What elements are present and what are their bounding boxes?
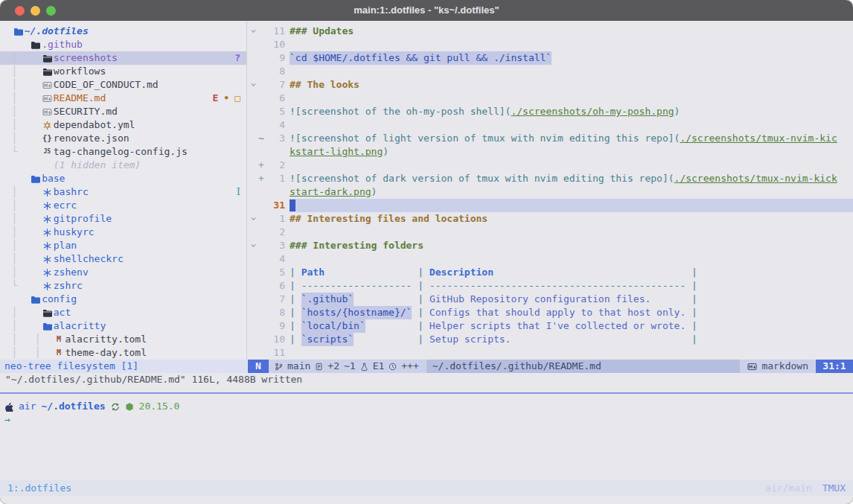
tree-item-ecrc[interactable]: │ ecrc — [0, 199, 246, 212]
line-text: start-dark.png) — [290, 185, 853, 199]
editor-line[interactable]: 7## The looks — [248, 78, 853, 92]
tree-item-gitprofile[interactable]: │ gitprofile — [0, 212, 246, 226]
text-segment-txt: | — [412, 333, 429, 346]
zoom-window-button[interactable] — [46, 6, 56, 16]
editor-line[interactable]: 5| Path | Description | — [248, 266, 853, 279]
tree-item-code-of-conduct-md[interactable]: │ CODE_OF_CONDUCT.md — [0, 78, 246, 92]
fold-chevron-icon[interactable] — [248, 81, 257, 89]
editor-line[interactable]: 8 — [248, 65, 853, 78]
fold-chevron-icon[interactable] — [248, 28, 257, 35]
tree-item-zshrc[interactable]: └ zshrc — [0, 279, 246, 293]
tmux-pane-divider[interactable] — [0, 392, 853, 394]
tree-indent-guide: │ — [0, 92, 41, 105]
editor-line[interactable]: start-dark.png) — [248, 185, 853, 199]
line-text: | ------------------- | ----------------… — [290, 279, 853, 293]
editor-line[interactable]: 4 — [248, 118, 853, 132]
pending-changes-icon — [389, 362, 397, 371]
nvim-statusline: neo-tree filesystem [1] N main +2 ~1 E1 … — [0, 360, 853, 373]
line-text: ### Interesting folders — [290, 239, 853, 252]
tree-item-label: theme-day.toml — [65, 346, 147, 360]
tree-item-alacritty-toml[interactable]: │ │ Malacritty.toml — [0, 333, 246, 346]
text-segment-txt: ![screenshot of the oh-my-posh shell]( — [290, 105, 511, 118]
tree-item-base[interactable]: base — [0, 172, 246, 185]
editor-line[interactable]: kstart-light.png) — [248, 145, 853, 159]
tree-indent-guide: └ — [0, 145, 41, 159]
text-segment-txt: ![screenshot of dark version of tmux wit… — [290, 172, 674, 185]
tree-item-theme-day-toml[interactable]: │ │ Mtheme-day.toml — [0, 346, 246, 360]
tree-item-label: renovate.json — [54, 132, 130, 145]
tree-item-github[interactable]: .github — [0, 38, 246, 51]
tree-item-security-md[interactable]: │ SECURITY.md — [0, 105, 246, 118]
markdown-icon — [41, 94, 54, 103]
tree-item-label: ecrc — [54, 199, 77, 212]
shell-pane[interactable]: air ~/.dotfiles 20.15.0 → — [0, 400, 853, 427]
fold-chevron-icon[interactable] — [248, 242, 257, 249]
tree-item-1-hidden-item[interactable]: (1 hidden item) — [0, 159, 246, 172]
folder-closed-icon — [41, 67, 54, 77]
editor-line[interactable]: +1![screenshot of dark version of tmux w… — [248, 172, 853, 185]
editor-line[interactable]: 10| `scripts` | Setup scripts. | — [248, 333, 853, 346]
line-text — [290, 346, 853, 360]
line-number: 1 — [266, 212, 285, 226]
tree-item-huskyrc[interactable]: │ huskyrc — [0, 226, 246, 239]
editor-buffer[interactable]: 11### Updates109`cd $HOME/.dotfiles && g… — [248, 21, 853, 360]
line-text: ### Updates — [290, 25, 853, 38]
text-cursor-block — [290, 200, 295, 211]
tree-indent-guide: │ — [0, 306, 41, 319]
minimize-window-button[interactable] — [31, 6, 40, 16]
editor-line[interactable]: 2 — [248, 226, 853, 239]
line-number: 6 — [266, 279, 285, 293]
editor-line[interactable]: ~3![screenshot of light version of tmux … — [248, 132, 853, 145]
close-window-button[interactable] — [15, 6, 25, 16]
text-segment-txt: ) — [383, 145, 389, 159]
tree-item-label: ~/.dotfiles — [25, 25, 89, 38]
editor-line[interactable]: 11### Updates — [248, 25, 853, 38]
editor-line[interactable]: 3### Interesting folders — [248, 239, 853, 252]
tree-item-config[interactable]: config — [0, 293, 246, 306]
editor-line[interactable]: 9`cd $HOME/.dotfiles && git pull && ./in… — [248, 51, 853, 65]
folder-open-icon — [12, 27, 25, 36]
tree-item-workflows[interactable]: │ workflows — [0, 65, 246, 78]
tree-item-zshenv[interactable]: │ zshenv — [0, 266, 246, 279]
tree-item-readme-md[interactable]: │ README.mdE•□ — [0, 92, 246, 105]
tmux-window-name[interactable]: 1:.dotfiles — [7, 482, 71, 495]
text-segment-txt — [651, 293, 686, 306]
editor-line[interactable]: +2 — [248, 159, 853, 172]
editor-line[interactable]: 6| ------------------- | ---------------… — [248, 279, 853, 293]
line-text: ![screenshot of dark version of tmux wit… — [290, 172, 853, 185]
tree-item-bashrc[interactable]: │ bashrcI — [0, 185, 246, 199]
text-segment-txt: | — [412, 306, 429, 319]
tree-item-alacritty[interactable]: │ alacritty — [0, 319, 246, 333]
folder-closed-icon — [41, 308, 54, 318]
editor-line[interactable]: 9| `local/bin` | Helper scripts that I'v… — [248, 319, 853, 333]
tree-indent-guide: │ — [0, 199, 41, 212]
editor-line[interactable]: 5![screenshot of the oh-my-posh shell](.… — [248, 105, 853, 118]
line-text: ![screenshot of the oh-my-posh shell](./… — [290, 105, 853, 118]
tree-indent-guide: │ — [0, 266, 41, 279]
editor-line[interactable]: 1## Interesting files and locations — [248, 212, 853, 226]
tree-item-shellcheckrc[interactable]: │ shellcheckrc — [0, 252, 246, 266]
line-text — [290, 159, 853, 172]
editor-line[interactable]: 31 — [248, 199, 853, 212]
editor-line[interactable]: 11 — [248, 346, 853, 360]
status-badge: □ — [234, 92, 240, 105]
tree-item-dependabot-yml[interactable]: │ dependabot.yml — [0, 118, 246, 132]
editor-line[interactable]: 4 — [248, 252, 853, 266]
tree-item-act[interactable]: │ act — [0, 306, 246, 319]
tree-item-label: .github — [42, 38, 83, 51]
tree-item-renovate-json[interactable]: │ {}renovate.json — [0, 132, 246, 145]
mode-indicator: N — [248, 360, 269, 373]
fold-chevron-icon[interactable] — [248, 215, 257, 223]
editor-line[interactable]: 8| `hosts/{hostname}/` | Configs that sh… — [248, 306, 853, 319]
tree-item-screenshots[interactable]: │ screenshots? — [0, 51, 246, 65]
tree-item-dotfiles[interactable]: ~/.dotfiles — [0, 25, 246, 38]
shell-input-line[interactable]: → — [0, 413, 853, 427]
editor-line[interactable]: 7| `.github` | GitHub Repository configu… — [248, 293, 853, 306]
editor-line[interactable]: 10 — [248, 38, 853, 51]
neotree-file-explorer[interactable]: ~/.dotfiles .github │ screenshots? │ wor… — [0, 21, 247, 360]
editor-line[interactable]: 6 — [248, 92, 853, 105]
text-segment-url: ./screenshots/oh-my-posh.png — [511, 105, 674, 118]
tree-item-tag-changelog-config-js[interactable]: └ JStag-changelog-config.js — [0, 145, 246, 159]
text-segment-url: start-dark.png — [290, 185, 371, 199]
tree-item-plan[interactable]: │ plan — [0, 239, 246, 252]
